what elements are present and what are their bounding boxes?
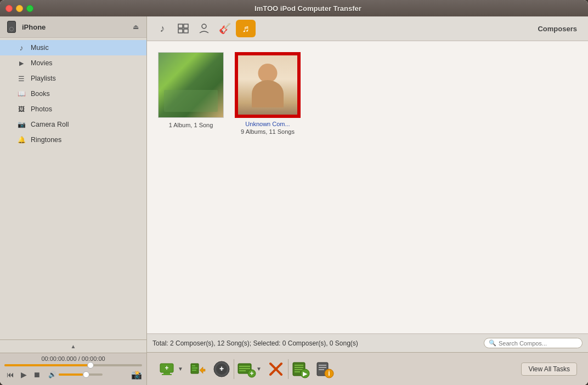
album-cover-1 (158, 52, 224, 118)
search-input[interactable] (499, 340, 578, 347)
add-to-computer-button[interactable]: + (158, 359, 178, 379)
new-playlist-button[interactable]: + (236, 359, 256, 379)
stop-button[interactable]: ⏹ (31, 369, 43, 381)
volume-fill (59, 373, 83, 376)
composers-view-button[interactable]: ♬ (236, 20, 256, 37)
list-item[interactable]: Unknown Com... 9 Albums, 11 Songs (235, 52, 301, 135)
view-title: Composers (257, 25, 583, 33)
artists-icon (199, 23, 210, 34)
sidebar-item-playlists[interactable]: Playlists (0, 71, 146, 86)
separator-1 (234, 359, 234, 379)
volume-icon: 🔊 (48, 371, 56, 378)
playback-row: ⏮ ▶ ⏹ 🔊 📸 (4, 369, 142, 381)
add-dropdown-button[interactable]: ▼ (178, 366, 183, 372)
albums-icon (178, 24, 189, 33)
camera-roll-label: Camera Roll (31, 121, 69, 128)
app-title: ImTOO iPod Computer Transfer (33, 4, 583, 13)
svg-rect-6 (163, 372, 170, 374)
svg-rect-18 (239, 366, 250, 367)
action-buttons-middle: + ▼ (236, 359, 286, 379)
svg-rect-1 (184, 24, 188, 28)
status-text: Total: 2 Composer(s), 12 Song(s); Select… (152, 339, 484, 347)
playlists-label: Playlists (31, 75, 56, 82)
playlist-dropdown-button[interactable]: ▼ (256, 366, 262, 372)
music-label: Music (31, 44, 49, 52)
volume-slider[interactable]: 🔊 (48, 371, 103, 378)
books-label: Books (31, 90, 50, 98)
music-icon (16, 43, 26, 53)
device-name: iPhone (22, 23, 130, 31)
artists-view-button[interactable] (194, 20, 214, 37)
current-time: 00:00:00.000 (41, 355, 76, 362)
prev-button[interactable]: ⏮ (4, 369, 16, 381)
albums-view-button[interactable] (173, 20, 193, 37)
list-item[interactable]: 1 Album, 1 Song (158, 52, 224, 135)
genres-view-button[interactable]: 🎸 (215, 20, 235, 37)
right-panel: ♪ 🎸 ♬ Composers (147, 16, 588, 385)
playlist-mgr-icon: ▶ (291, 359, 310, 379)
eject-button[interactable]: ⏏ (130, 21, 141, 32)
svg-point-4 (202, 24, 206, 29)
player-section: 00:00:00.000 / 00:00:00 ⏮ ▶ ⏹ 🔊 (0, 353, 146, 385)
sidebar-item-music[interactable]: Music (0, 40, 146, 55)
svg-rect-11 (192, 367, 197, 369)
minimize-button[interactable] (16, 5, 23, 12)
sidebar-nav: Music Movies Playlists Books Photos (0, 38, 146, 339)
songs-view-button[interactable]: ♪ (152, 20, 172, 37)
volume-track[interactable] (59, 373, 103, 376)
playlist-manager-button[interactable]: ▶ (291, 359, 310, 379)
add-music-button[interactable]: + (212, 359, 231, 379)
time-display: 00:00:00.000 / 00:00:00 (4, 355, 142, 362)
photo-icon (16, 104, 26, 114)
new-playlist-icon: + (236, 359, 256, 379)
action-buttons-right: ▶ i (291, 359, 335, 379)
export-to-device-button[interactable] (188, 359, 207, 379)
sidebar-item-books[interactable]: Books (0, 86, 146, 101)
sidebar: iPhone ⏏ Music Movies Playlists (0, 16, 147, 385)
zoom-button[interactable] (26, 5, 33, 12)
volume-thumb[interactable] (83, 371, 89, 378)
movies-label: Movies (31, 59, 53, 67)
sidebar-item-movies[interactable]: Movies (0, 55, 146, 71)
svg-rect-26 (295, 365, 303, 366)
close-button[interactable] (5, 5, 13, 12)
export-icon (188, 359, 207, 379)
sidebar-bottom: ▲ (0, 339, 146, 353)
add-computer-icon: + (158, 359, 178, 379)
playlist-icon (16, 73, 26, 83)
svg-rect-34 (319, 367, 326, 368)
toolbar: ♪ 🎸 ♬ Composers (147, 16, 588, 41)
delete-button[interactable] (266, 359, 286, 379)
progress-fill (4, 364, 94, 366)
sidebar-item-ringtones[interactable]: Ringtones (0, 132, 146, 148)
new-playlist-group: + ▼ (236, 359, 262, 379)
landscape-image (159, 53, 223, 117)
svg-text:▶: ▶ (303, 370, 308, 377)
main-window: ImTOO iPod Computer Transfer iPhone ⏏ Mu… (0, 0, 588, 385)
main-content: iPhone ⏏ Music Movies Playlists (0, 16, 588, 385)
add-device-group: + ▼ (158, 359, 183, 379)
photos-label: Photos (31, 105, 52, 113)
action-buttons-left: + ▼ (158, 359, 231, 379)
screenshot-icon[interactable]: 📸 (131, 370, 142, 380)
svg-rect-27 (295, 367, 303, 368)
sidebar-item-photos[interactable]: Photos (0, 101, 146, 117)
svg-rect-7 (162, 374, 172, 375)
svg-rect-0 (178, 24, 183, 28)
progress-bar[interactable] (4, 364, 142, 366)
svg-text:i: i (328, 370, 330, 377)
album-info-2: 9 Albums, 11 Songs (241, 128, 295, 135)
bottom-action-bar: + ▼ (147, 352, 588, 385)
search-box[interactable]: 🔍 (484, 338, 583, 348)
collapse-button[interactable]: ▲ (71, 343, 76, 349)
svg-text:+: + (165, 364, 168, 372)
sidebar-item-camera-roll[interactable]: Camera Roll (0, 117, 146, 132)
play-button[interactable]: ▶ (18, 369, 30, 381)
svg-rect-10 (192, 365, 195, 366)
svg-rect-35 (319, 369, 324, 370)
separator-2 (288, 359, 289, 379)
info-button[interactable]: i (315, 359, 335, 379)
progress-thumb[interactable] (87, 362, 94, 369)
person-image (236, 54, 299, 116)
view-all-tasks-button[interactable]: View All Tasks (521, 363, 577, 376)
